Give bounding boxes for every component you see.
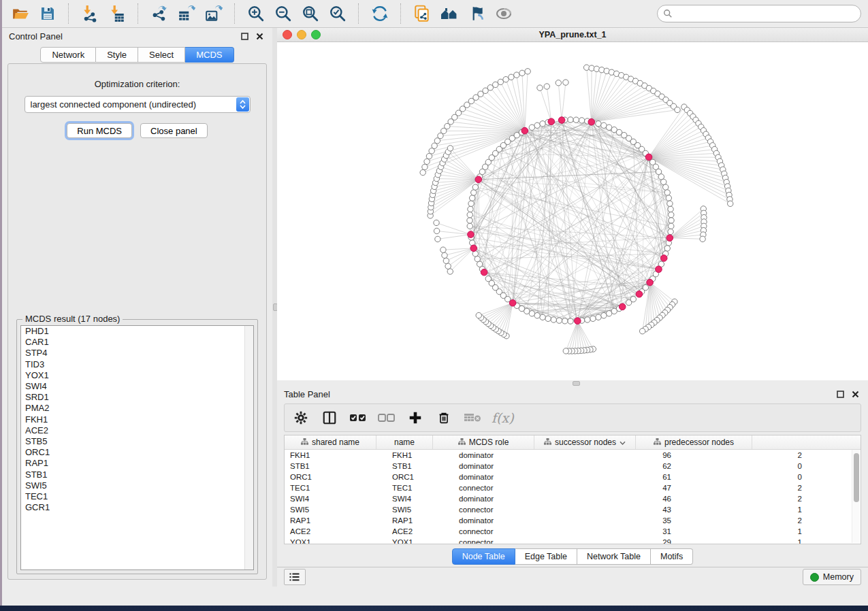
column-header-successor-nodes[interactable]: successor nodes <box>534 435 636 449</box>
tab-edge-table[interactable]: Edge Table <box>515 548 577 565</box>
window-minimize-icon[interactable] <box>297 30 306 39</box>
mcds-result-item[interactable]: ORC1 <box>21 447 253 458</box>
search-box[interactable] <box>657 5 861 22</box>
tab-style[interactable]: Style <box>96 47 138 63</box>
add-row-icon[interactable] <box>406 408 425 427</box>
list-scrollbar[interactable] <box>244 326 253 569</box>
mcds-result-item[interactable]: SRD1 <box>21 392 253 403</box>
tab-mcds[interactable]: MCDS <box>185 47 234 63</box>
zoom-out-icon[interactable] <box>272 3 295 24</box>
table-cell: RAP1 <box>387 516 453 525</box>
export-image-icon[interactable] <box>202 3 225 24</box>
table-row[interactable]: YOX1YOX1connector291 <box>285 537 861 544</box>
close-panel-icon[interactable] <box>849 388 861 400</box>
table-panel-title: Table Panel <box>284 389 831 399</box>
mcds-result-item[interactable]: STB5 <box>21 436 253 447</box>
mcds-result-item[interactable]: FKH1 <box>21 414 253 425</box>
show-all-icon[interactable] <box>492 3 515 24</box>
table-row[interactable]: RAP1RAP1dominator352 <box>285 515 861 526</box>
scrollbar-thumb[interactable] <box>854 453 859 502</box>
table-row[interactable]: SWI4SWI4dominator462 <box>285 493 861 504</box>
export-table-icon[interactable] <box>175 3 198 24</box>
export-network-icon[interactable] <box>148 3 171 24</box>
table-cell: 31 <box>565 527 681 535</box>
table-row[interactable]: ORC1ORC1dominator610 <box>285 472 861 482</box>
column-header-MCDS-role[interactable]: MCDS role <box>433 435 534 449</box>
table-cell: ORC1 <box>387 473 453 481</box>
memory-status-icon <box>810 573 819 582</box>
delete-row-icon[interactable] <box>434 408 453 427</box>
task-history-button[interactable] <box>284 569 306 585</box>
table-scrollbar[interactable] <box>852 450 860 543</box>
network-window-titlebar[interactable]: YPA_prune.txt_1 <box>277 28 868 42</box>
window-maximize-icon[interactable] <box>311 30 321 39</box>
refresh-icon[interactable] <box>368 3 391 24</box>
import-network-icon[interactable] <box>78 3 101 24</box>
tab-network-table[interactable]: Network Table <box>577 548 651 565</box>
search-input[interactable] <box>676 8 855 19</box>
mcds-result-list[interactable]: PHD1CAR1STP4TID3YOX1SWI4SRD1PMA2FKH1ACE2… <box>20 325 254 570</box>
window-close-icon[interactable] <box>283 30 292 39</box>
mcds-result-item[interactable]: YOX1 <box>21 370 253 381</box>
save-session-icon[interactable] <box>36 3 59 24</box>
table-row[interactable]: TEC1TEC1connector472 <box>285 482 861 493</box>
tab-select[interactable]: Select <box>138 47 185 63</box>
table-settings-icon[interactable] <box>291 408 310 427</box>
mcds-result-groupbox: MCDS result (17 nodes) PHD1CAR1STP4TID3Y… <box>16 319 258 574</box>
vertical-splitter[interactable] <box>272 28 277 587</box>
close-panel-icon[interactable] <box>253 30 266 42</box>
horizontal-splitter[interactable] <box>277 380 868 386</box>
mcds-tab-content: Optimization criterion: largest connecte… <box>7 63 267 580</box>
table-cell: dominator <box>453 462 565 470</box>
show-column-icon[interactable] <box>320 408 339 427</box>
delete-table-icon[interactable] <box>463 408 482 427</box>
table-row[interactable]: FKH1FKH1dominator962 <box>285 450 861 461</box>
mcds-result-item[interactable]: TID3 <box>21 359 253 370</box>
close-panel-button[interactable]: Close panel <box>140 123 208 138</box>
table-cell: YOX1 <box>387 538 453 544</box>
memory-button[interactable]: Memory <box>803 569 861 585</box>
mcds-result-item[interactable]: PHD1 <box>21 326 253 337</box>
mcds-result-item[interactable]: TEC1 <box>21 491 253 502</box>
table-row[interactable]: STB1STB1dominator620 <box>285 461 861 472</box>
optimization-criterion-select[interactable]: largest connected component (undirected) <box>25 96 251 113</box>
mcds-result-item[interactable]: SWI4 <box>21 381 253 392</box>
mcds-result-item[interactable]: STB1 <box>21 469 253 480</box>
mcds-result-item[interactable]: STP4 <box>21 348 253 359</box>
column-header-predecessor-nodes[interactable]: predecessor nodes <box>636 435 752 449</box>
tab-motifs[interactable]: Motifs <box>651 548 693 565</box>
deselect-all-icon[interactable] <box>377 408 396 427</box>
mcds-result-item[interactable]: SWI5 <box>21 480 253 491</box>
float-panel-icon[interactable] <box>238 30 251 42</box>
optimization-criterion-label: Optimization criterion: <box>16 79 258 89</box>
column-header-name[interactable]: name <box>376 435 433 449</box>
column-header-shared-name[interactable]: shared name <box>285 435 376 449</box>
table-cell: FKH1 <box>387 451 453 459</box>
first-neighbors-icon[interactable] <box>438 3 461 24</box>
network-graph[interactable] <box>277 42 868 380</box>
mcds-result-item[interactable]: CAR1 <box>21 337 253 348</box>
table-row[interactable]: SWI5SWI5connector431 <box>285 504 861 515</box>
table-row[interactable]: ACE2ACE2connector311 <box>285 526 861 537</box>
float-panel-icon[interactable] <box>834 388 846 400</box>
tab-node-table[interactable]: Node Table <box>452 548 515 565</box>
mcds-result-item[interactable]: GCR1 <box>21 502 253 513</box>
zoom-in-icon[interactable] <box>244 3 268 24</box>
hide-selected-icon[interactable] <box>465 3 488 24</box>
zoom-fit-icon[interactable] <box>299 3 322 24</box>
select-all-icon[interactable] <box>349 408 368 427</box>
open-session-icon[interactable] <box>9 3 32 24</box>
table-cell: 1 <box>681 527 811 535</box>
splitter-handle[interactable] <box>573 381 580 386</box>
network-canvas[interactable] <box>277 42 868 380</box>
run-mcds-button[interactable]: Run MCDS <box>67 123 132 138</box>
import-table-icon[interactable] <box>106 3 129 24</box>
zoom-selected-icon[interactable] <box>326 3 349 24</box>
new-network-from-selection-icon[interactable] <box>411 3 434 24</box>
table-toolbar: f(x) <box>284 403 861 432</box>
mcds-result-item[interactable]: ACE2 <box>21 425 253 436</box>
mcds-result-item[interactable]: PMA2 <box>21 403 253 414</box>
tab-network[interactable]: Network <box>40 47 96 63</box>
mcds-result-item[interactable]: RAP1 <box>21 458 253 469</box>
function-builder-icon[interactable]: f(x) <box>492 410 514 425</box>
